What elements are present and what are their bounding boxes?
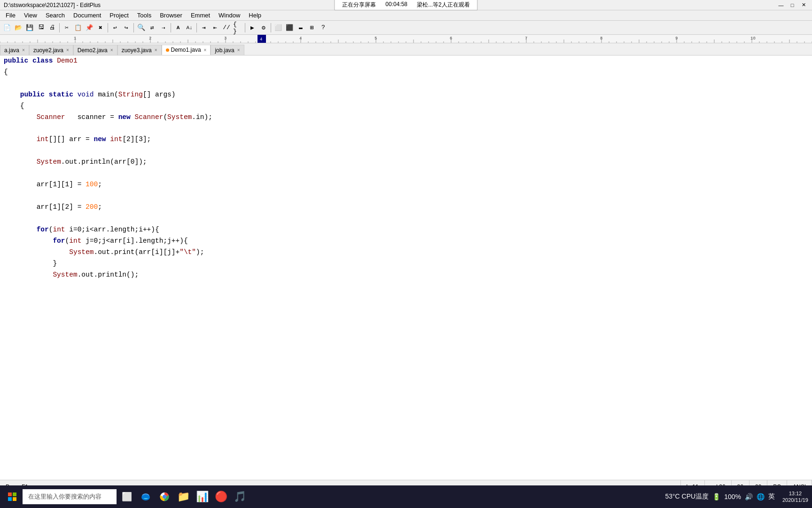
tb-win1[interactable]: ⬜ <box>273 23 283 33</box>
tab-label: a.java <box>4 47 19 54</box>
tray-network[interactable]: 🌐 <box>756 492 765 501</box>
sep7 <box>271 23 271 32</box>
share-timer: 00:04:58 <box>385 1 407 9</box>
close-button[interactable]: ✕ <box>799 1 808 9</box>
menu-item-browser[interactable]: Browser <box>156 11 186 20</box>
save-all-button[interactable]: 🖫 <box>36 23 46 33</box>
goto-button[interactable]: ⇢ <box>158 23 169 33</box>
share-viewers: 梁松...等2人正在观看 <box>417 1 470 9</box>
tab-job.java[interactable]: job.java× <box>211 45 244 55</box>
menu-item-help[interactable]: Help <box>245 11 265 20</box>
tb-format[interactable]: A↓ <box>184 23 195 33</box>
redo-button[interactable]: ↪ <box>121 23 132 33</box>
share-banner: 正在分享屏幕 00:04:58 梁松...等2人正在观看 <box>334 0 477 10</box>
tray-icons: 53°C CPU温度 🔋 100% 🔊 🌐 英 <box>664 492 776 502</box>
tab-close-btn[interactable]: × <box>110 48 113 53</box>
taskbar-explorer[interactable]: 📁 <box>175 488 192 505</box>
sep2 <box>108 23 108 32</box>
tab-a.java[interactable]: a.java× <box>0 45 29 55</box>
toolbar: 📄 📂 💾 🖫 🖨 ✂ 📋 📌 ✖ ↩ ↪ 🔍 ⇄ ⇢ A A↓ ⇥ ⇤ // … <box>0 21 812 35</box>
cut-button[interactable]: ✂ <box>62 23 72 33</box>
undo-button[interactable]: ↩ <box>110 23 120 33</box>
tab-Demo1.java[interactable]: Demo1.java× <box>162 45 211 55</box>
minimize-button[interactable]: — <box>776 1 786 9</box>
svg-rect-3 <box>13 497 16 501</box>
menu-item-project[interactable]: Project <box>106 11 132 20</box>
tab-Demo2.java[interactable]: Demo2.java× <box>73 45 117 55</box>
menu-item-file[interactable]: File <box>2 11 19 20</box>
taskbar-powerpoint[interactable]: 📊 <box>194 488 211 505</box>
taskbar-search[interactable]: 在这里输入你要搜索的内容 <box>23 489 117 504</box>
title-bar: D:\stsworkspace\2012\1027] - EditPlus 正在… <box>0 0 812 10</box>
tab-label: job.java <box>215 47 234 54</box>
menu-item-emmet[interactable]: Emmet <box>187 11 214 20</box>
tray-speaker[interactable]: 🔊 <box>744 492 754 501</box>
tray-battery-pct: 100% <box>723 492 742 501</box>
tray-battery[interactable]: 🔋 <box>711 492 721 501</box>
tab-zuoye3.java[interactable]: zuoye3.java× <box>117 45 162 55</box>
tab-bar: a.java×zuoye2.java×Demo2.java×zuoye3.jav… <box>0 43 812 56</box>
tb-compile[interactable]: ⚙ <box>258 23 269 33</box>
code-area[interactable]: public class Demo1 { public static void … <box>0 56 812 480</box>
tb-unindent[interactable]: ⇤ <box>210 23 220 33</box>
taskbar-edge[interactable] <box>137 488 154 505</box>
tb-run[interactable]: ▶ <box>247 23 258 33</box>
tb-b1[interactable]: { } <box>233 23 243 33</box>
open-button[interactable]: 📂 <box>13 23 23 33</box>
tb-indent[interactable]: ⇥ <box>199 23 209 33</box>
tray-temp-text: 53°C CPU温度 <box>665 492 709 500</box>
editor-container[interactable]: public class Demo1 { public static void … <box>0 56 812 480</box>
tray-ime[interactable]: 英 <box>767 492 776 502</box>
sep1 <box>59 23 60 32</box>
tab-modified-dot <box>166 48 169 52</box>
tb-win3[interactable]: ▬ <box>296 23 306 33</box>
search-button[interactable]: 🔍 <box>136 23 146 33</box>
search-placeholder: 在这里输入你要搜索的内容 <box>28 492 102 501</box>
menu-item-tools[interactable]: Tools <box>133 11 155 20</box>
svg-rect-1 <box>13 492 16 496</box>
tab-zuoye2.java[interactable]: zuoye2.java× <box>29 45 73 55</box>
start-button[interactable] <box>4 488 21 505</box>
tab-label: Demo1.java <box>171 47 201 53</box>
svg-point-6 <box>163 495 166 499</box>
taskbar-app2[interactable]: 🎵 <box>231 488 248 505</box>
tb-win2[interactable]: ⬛ <box>284 23 295 33</box>
menu-bar: FileViewSearchDocumentProjectToolsBrowse… <box>0 10 812 21</box>
replace-button[interactable]: ⇄ <box>147 23 157 33</box>
window-controls: — □ ✕ <box>776 1 808 9</box>
menu-item-window[interactable]: Window <box>215 11 244 20</box>
tab-close-btn[interactable]: × <box>22 48 25 53</box>
taskbar-app1[interactable]: 🔴 <box>212 488 229 505</box>
print-button[interactable]: 🖨 <box>47 23 57 33</box>
menu-item-search[interactable]: Search <box>42 11 69 20</box>
tab-close-btn[interactable]: × <box>66 48 69 53</box>
svg-rect-2 <box>8 497 12 501</box>
tab-close-btn[interactable]: × <box>155 48 157 53</box>
tab-label: zuoye3.java <box>122 47 152 54</box>
copy-button[interactable]: 📋 <box>73 23 83 33</box>
sep6 <box>245 23 245 32</box>
svg-rect-0 <box>8 492 12 496</box>
tab-close-btn[interactable]: × <box>237 48 240 53</box>
clock-time: 13:12 <box>782 490 808 497</box>
taskbar-task-view[interactable]: ⬜ <box>118 488 135 505</box>
save-button[interactable]: 💾 <box>24 23 35 33</box>
menu-item-document[interactable]: Document <box>70 11 105 20</box>
tb-win4[interactable]: ⊞ <box>307 23 317 33</box>
maximize-button[interactable]: □ <box>788 1 797 9</box>
tb-a[interactable]: A <box>173 23 183 33</box>
paste-button[interactable]: 📌 <box>84 23 94 33</box>
tray-temp: 53°C CPU温度 <box>664 492 710 502</box>
menu-item-view[interactable]: View <box>20 11 41 20</box>
delete-button[interactable]: ✖ <box>95 23 106 33</box>
share-label: 正在分享屏幕 <box>342 1 376 9</box>
ruler <box>0 35 812 43</box>
new-button[interactable]: 📄 <box>2 23 12 33</box>
tb-comment[interactable]: // <box>221 23 232 33</box>
system-tray: 53°C CPU温度 🔋 100% 🔊 🌐 英 13:12 2020/11/19 <box>664 490 808 504</box>
tb-help[interactable]: ? <box>318 23 328 33</box>
sep4 <box>171 23 171 32</box>
taskbar-chrome[interactable] <box>156 488 173 505</box>
tab-close-btn[interactable]: × <box>204 48 207 53</box>
system-clock[interactable]: 13:12 2020/11/19 <box>782 490 808 504</box>
